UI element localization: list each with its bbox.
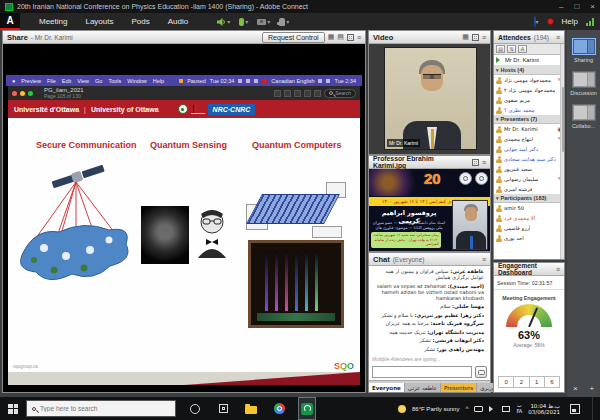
presenters-section-header[interactable]: ▾ Presenters (7) — [494, 115, 564, 124]
chat-pod-menu-icon[interactable]: ≡ — [482, 256, 486, 263]
chat-tab[interactable]: Presenters — [441, 383, 477, 392]
video-fullscreen-icon[interactable] — [472, 34, 479, 41]
close-layouts-button[interactable]: × — [573, 384, 578, 393]
keyboard-layout-flag-icon[interactable] — [262, 79, 267, 83]
mac-menu-item[interactable]: Tools — [108, 78, 121, 84]
task-view-button[interactable] — [214, 397, 232, 420]
layout-grid-icon[interactable]: ▦ — [328, 33, 335, 41]
fullscreen-icon[interactable] — [347, 34, 354, 41]
apple-menu-icon[interactable]: ● — [12, 78, 15, 84]
chat-input[interactable] — [372, 366, 472, 378]
mac-status-icon[interactable] — [326, 79, 330, 83]
webcam-dropdown[interactable]: ▾ — [267, 18, 270, 25]
hosts-section-header[interactable]: ▾ Hosts (4) — [494, 66, 564, 75]
speaker-dropdown[interactable]: ▾ — [227, 18, 230, 25]
attendee-row[interactable]: فرشته امیری — [494, 184, 564, 194]
mac-menu-item[interactable]: Go — [95, 78, 102, 84]
share-document-icon[interactable] — [314, 90, 321, 97]
zoom-in-icon[interactable] — [294, 90, 301, 97]
attendee-row[interactable]: آلا محمدی فرد — [494, 213, 564, 223]
attendee-row[interactable]: محمدجواد مومنی نژاد ۲ — [494, 85, 564, 95]
markup-icon[interactable] — [304, 90, 311, 97]
mac-menu-item[interactable]: Window — [127, 78, 147, 84]
layout-item[interactable]: Collabo... — [567, 104, 600, 129]
minimize-button[interactable]: – — [559, 2, 563, 11]
layout-item[interactable]: Discussion — [567, 71, 600, 96]
poster-fullscreen-icon[interactable] — [472, 159, 479, 166]
taskbar-clock[interactable]: 10:04 ب.ظ 03/06/2021 — [528, 403, 560, 415]
document-search-field[interactable]: Search — [324, 89, 356, 98]
attendee-row[interactable]: دکتر امید جوانی — [494, 144, 564, 154]
taskbar-search-input[interactable] — [40, 405, 150, 412]
mac-status-icon[interactable] — [318, 79, 322, 83]
sidebar-toggle-icon[interactable] — [274, 90, 281, 97]
active-speaker-row[interactable]: Mr Dr. Karimi — [494, 55, 564, 66]
attendee-row[interactable]: سلیمان رضوانی ✎ — [494, 174, 564, 184]
action-center-icon[interactable] — [570, 404, 580, 414]
layout-list-icon[interactable]: ▤ — [337, 33, 344, 41]
mac-menu-item[interactable]: Edit — [62, 78, 71, 84]
attendees-toolbar-button[interactable]: ▤ — [496, 45, 505, 53]
layout-item[interactable]: Sharing — [567, 38, 600, 63]
video-pod-menu-icon[interactable]: ≡ — [482, 34, 486, 41]
mac-status-icon[interactable] — [246, 79, 250, 83]
mac-menu-item[interactable]: Preview — [21, 78, 41, 84]
attendee-row[interactable]: مریم صفوی — [494, 95, 564, 105]
close-button[interactable]: × — [590, 2, 595, 11]
poster-pod-menu-icon[interactable]: ≡ — [482, 159, 486, 166]
keyboard-layout-label[interactable]: Canadian English — [271, 78, 314, 84]
adobe-connect-taskbar-button[interactable] — [298, 397, 316, 420]
tray-expand-icon[interactable]: ^ — [465, 405, 468, 412]
share-pod-menu-icon[interactable]: ≡ — [357, 34, 361, 41]
mac-zoom-icon[interactable] — [28, 91, 33, 96]
attendee-row[interactable]: احد نوری — [494, 233, 564, 243]
language-indicator[interactable]: ب FA — [516, 403, 522, 414]
attendee-row[interactable]: amir 50 — [494, 203, 564, 213]
layout-thumbnail[interactable] — [572, 104, 596, 121]
participants-section-header[interactable]: ▾ Participants (183) — [494, 194, 564, 203]
mac-status-icon[interactable] — [254, 79, 258, 83]
attendee-row[interactable]: محمد نظری ؟ — [494, 105, 564, 115]
weather-label[interactable]: 86°F Partly sunny — [412, 406, 459, 412]
start-button[interactable] — [0, 397, 26, 420]
video-grid-icon[interactable]: ▦ — [462, 33, 469, 41]
speaker-toggle[interactable]: ▾ — [213, 17, 233, 27]
mac-menu-item[interactable]: File — [47, 78, 56, 84]
volume-icon[interactable] — [489, 406, 496, 412]
zoom-out-icon[interactable] — [284, 90, 291, 97]
attendees-scrollbar[interactable] — [560, 44, 564, 259]
mac-status-icon[interactable] — [238, 79, 242, 83]
file-explorer-button[interactable] — [242, 397, 260, 420]
mac-minimize-icon[interactable] — [20, 91, 25, 96]
engagement-pod-menu-icon[interactable]: ≡ — [556, 266, 560, 273]
menu-item[interactable]: Meeting — [30, 17, 76, 26]
attendee-row[interactable]: محمدجواد مومنی نژاد ✎ — [494, 75, 564, 85]
chat-tab[interactable]: عاطفه عزتی — [405, 383, 441, 392]
request-control-button[interactable]: Request Control — [262, 32, 325, 43]
attendees-toolbar-button[interactable]: ⇅ — [507, 45, 516, 53]
menu-item[interactable]: Layouts — [76, 17, 122, 26]
add-layout-button[interactable]: + — [589, 384, 594, 393]
layout-thumbnail[interactable] — [572, 38, 596, 55]
mac-close-icon[interactable] — [12, 91, 17, 96]
attendee-row[interactable]: ابتهاج محمدی ✎ — [494, 134, 564, 144]
webcam-toggle[interactable]: ▾ — [254, 18, 273, 25]
mac-menu-item[interactable]: Help — [153, 78, 164, 84]
attendees-pod-menu-icon[interactable]: ≡ — [556, 34, 560, 41]
maximize-button[interactable]: □ — [574, 2, 579, 11]
attendee-row[interactable]: Mr Dr. Karimi ◉ — [494, 124, 564, 134]
cortana-button[interactable] — [186, 397, 204, 420]
display-icon[interactable] — [502, 406, 510, 412]
attendees-toolbar-button[interactable]: A — [518, 45, 527, 53]
attendee-row[interactable]: آرزو قاسمی — [494, 223, 564, 233]
webcam-video[interactable]: Mr Dr. Karimi — [384, 47, 477, 150]
chrome-button[interactable] — [270, 397, 288, 420]
raise-hand-dropdown[interactable]: ▾ — [286, 18, 289, 25]
microphone-toggle[interactable]: ▾ — [236, 18, 251, 26]
chat-tab[interactable]: Everyone — [369, 383, 405, 392]
mac-menu-item[interactable]: View — [77, 78, 89, 84]
connection-dropdown[interactable]: ▾ — [536, 19, 539, 25]
attendee-row[interactable]: سعید قنبرپور — [494, 164, 564, 174]
chat-send-button[interactable] — [475, 366, 487, 378]
attendee-row[interactable]: دکتر سید هدایت سجادی — [494, 154, 564, 164]
